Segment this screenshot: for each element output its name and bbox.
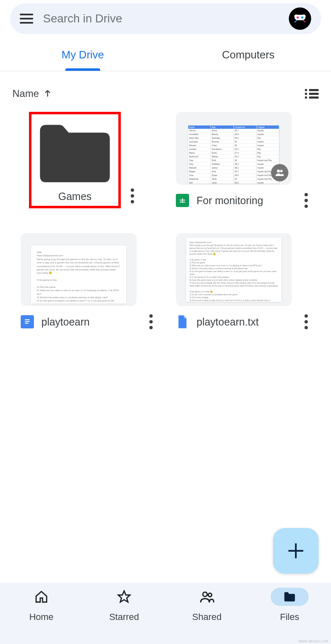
nav-label: Shared <box>192 612 222 622</box>
svg-point-9 <box>208 593 211 596</box>
watermark: www.deuao.com <box>298 639 329 643</box>
file-thumbnail: https://playtoearnft.com/ We're going to… <box>176 233 292 306</box>
svg-point-4 <box>301 17 304 19</box>
people-icon <box>199 589 214 604</box>
drive-tabs: My Drive Computers <box>0 39 331 71</box>
tab-my-drive[interactable]: My Drive <box>0 39 166 71</box>
sort-row: Name <box>0 71 331 112</box>
nav-home[interactable]: Home <box>0 588 83 644</box>
search-placeholder: Search in Drive <box>43 12 289 25</box>
file-item-playtoearn-txt[interactable]: https://playtoearnft.com/ We're going to… <box>176 233 310 329</box>
nav-label: Files <box>280 612 299 622</box>
svg-point-5 <box>277 170 280 173</box>
file-thumbnail: NameAgeCompoundOriginal JohnnyShaw36.7In… <box>176 112 292 185</box>
svg-point-3 <box>297 17 299 19</box>
file-name: playtoearn.txt <box>197 316 295 328</box>
nav-files[interactable]: Files <box>248 588 331 644</box>
file-item-monitoring[interactable]: NameAgeCompoundOriginal JohnnyShaw36.7In… <box>176 112 310 208</box>
profile-avatar[interactable] <box>289 7 311 30</box>
file-icon <box>176 315 189 328</box>
svg-point-8 <box>203 592 207 597</box>
list-view-icon[interactable] <box>305 89 319 99</box>
file-name: playtoearn <box>41 316 139 328</box>
svg-point-6 <box>280 170 283 172</box>
docs-icon <box>21 315 34 328</box>
more-icon[interactable] <box>302 193 310 208</box>
arrow-up-icon <box>43 89 52 98</box>
sort-label: Name <box>12 88 39 99</box>
plus-icon <box>288 543 303 558</box>
annotation-highlight: Games <box>29 112 121 208</box>
nav-label: Home <box>29 612 54 622</box>
new-button[interactable] <box>273 528 319 574</box>
tab-computers[interactable]: Computers <box>166 39 331 71</box>
nav-label: Starred <box>109 612 139 622</box>
bottom-nav: Home Starred Shared Files <box>0 583 331 644</box>
svg-rect-2 <box>295 15 305 20</box>
file-name: For monitoring <box>197 195 295 207</box>
sheets-icon <box>176 194 189 207</box>
file-item-games[interactable]: Games <box>21 112 155 208</box>
more-icon[interactable] <box>147 314 155 329</box>
file-name: Games <box>35 191 115 203</box>
folder-icon <box>283 590 297 604</box>
nav-starred[interactable]: Starred <box>83 588 166 644</box>
star-icon <box>117 590 131 604</box>
more-icon[interactable] <box>302 314 310 329</box>
file-thumbnail: Waithttps://playtoearnft.com/ We're goin… <box>21 233 137 306</box>
folder-icon <box>36 123 114 182</box>
menu-icon[interactable] <box>20 14 33 24</box>
file-grid: Games NameAgeCompoundOriginal JohnnyShaw… <box>0 112 331 329</box>
more-icon[interactable] <box>128 188 137 203</box>
sort-by-name[interactable]: Name <box>12 88 52 99</box>
file-item-playtoearn-doc[interactable]: Waithttps://playtoearnft.com/ We're goin… <box>21 233 155 329</box>
search-bar[interactable]: Search in Drive <box>10 3 321 34</box>
home-icon <box>34 590 48 604</box>
shared-badge-icon <box>271 164 288 181</box>
folder-thumbnail <box>35 123 115 182</box>
nav-shared[interactable]: Shared <box>166 588 248 644</box>
